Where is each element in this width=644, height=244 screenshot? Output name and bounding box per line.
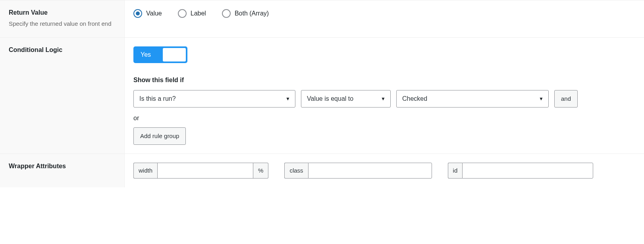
wrapper-width-group: width %: [133, 163, 268, 179]
radio-label: Value: [146, 10, 162, 17]
radio-icon: [133, 9, 142, 18]
add-rule-group-button[interactable]: Add rule group: [133, 127, 186, 145]
return-value-desc: Specify the returned value on front end: [9, 19, 116, 29]
select-value: Is this a run?: [139, 95, 176, 102]
chevron-down-icon: ▼: [539, 96, 544, 102]
return-value-radio-group: Value Label Both (Array): [133, 9, 635, 18]
wrapper-class-group: class: [284, 163, 432, 179]
return-value-title: Return Value: [9, 9, 116, 16]
rule-operator-select[interactable]: Value is equal to ▼: [301, 90, 391, 108]
rule-value-select[interactable]: Checked ▼: [396, 90, 549, 108]
id-addon-label: id: [448, 163, 463, 179]
return-value-option-value[interactable]: Value: [133, 9, 162, 18]
chevron-down-icon: ▼: [381, 96, 386, 102]
radio-label: Both (Array): [235, 10, 269, 17]
width-addon-label: width: [133, 163, 157, 179]
return-value-option-label[interactable]: Label: [178, 9, 206, 18]
conditional-logic-toggle[interactable]: Yes: [133, 46, 187, 63]
toggle-handle-icon: [163, 48, 186, 61]
select-value: Checked: [402, 95, 427, 102]
wrapper-class-input[interactable]: [308, 163, 432, 179]
rule-row: Is this a run? ▼ Value is equal to ▼ Che…: [133, 90, 635, 108]
radio-icon: [178, 9, 187, 18]
select-value: Value is equal to: [307, 95, 353, 102]
radio-label: Label: [191, 10, 206, 17]
conditional-logic-title: Conditional Logic: [9, 46, 116, 54]
width-addon-suffix: %: [253, 163, 268, 179]
toggle-label: Yes: [135, 51, 151, 58]
wrapper-id-group: id: [448, 163, 594, 179]
wrapper-id-input[interactable]: [462, 163, 593, 179]
chevron-down-icon: ▼: [285, 96, 290, 102]
wrapper-attributes-row: width % class id: [133, 163, 635, 179]
class-addon-label: class: [284, 163, 308, 179]
wrapper-attributes-title: Wrapper Attributes: [9, 163, 116, 170]
rule-field-select[interactable]: Is this a run? ▼: [133, 90, 295, 108]
conditional-show-if-label: Show this field if: [133, 77, 635, 84]
rule-or-label: or: [133, 115, 635, 122]
wrapper-width-input[interactable]: [157, 163, 253, 179]
rule-and-button[interactable]: and: [554, 90, 578, 108]
return-value-option-both[interactable]: Both (Array): [222, 9, 269, 18]
radio-icon: [222, 9, 231, 18]
